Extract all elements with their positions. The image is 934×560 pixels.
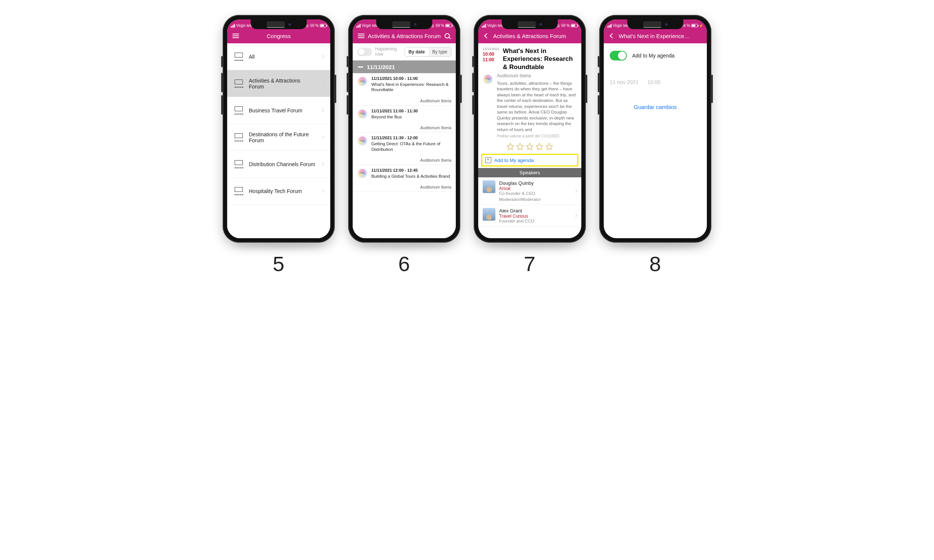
session-description: Tours, activities, attractions – the thi… (497, 81, 577, 133)
happening-now-toggle[interactable] (357, 48, 372, 56)
list-item-hospitality[interactable]: Hospitality Tech Forum (227, 178, 330, 205)
tis-badge-icon: TIS (357, 135, 368, 146)
caption-8: 8 (649, 252, 661, 276)
speaker-role: Founder and CCO (499, 219, 570, 223)
speaker-item[interactable]: Douglas Quinby Arival Co-founder & CEO M… (478, 177, 581, 205)
phone-8: Virgin telco ⌵ 17:03 ◎ 64 % ⚡ What's Nex… (599, 15, 711, 243)
caption-7: 7 (524, 252, 536, 276)
list-item-label: Activities & Attractions Forum (249, 78, 316, 89)
signal-bars-icon (231, 24, 235, 28)
tis-badge-icon: TIS (357, 76, 368, 87)
filter-row: Happening now By date By type (353, 43, 456, 60)
list-item-label: Distribution Channels Forum (249, 161, 316, 167)
chevron-right-icon (321, 82, 324, 86)
add-agenda-button[interactable]: Add to My agenda (481, 154, 578, 166)
forum-icon (234, 133, 244, 142)
chevron-left-icon (484, 33, 489, 38)
menu-button[interactable] (231, 34, 240, 38)
rating-note: Podrás valorar a partir del 11/11/2021 (497, 134, 577, 138)
nav-bar: Congress (227, 28, 330, 43)
hamburger-icon (233, 34, 239, 38)
chevron-right-icon (321, 189, 324, 193)
agenda-toggle[interactable] (610, 51, 627, 60)
session-item[interactable]: TIS 11/11/2021 11:30 - 12:00 Getting Dir… (353, 132, 456, 165)
time-value: 10:00 (647, 79, 661, 85)
forum-list: All Activities & Attractions Forum Busin… (227, 43, 330, 238)
caption-5: 5 (273, 252, 285, 276)
forum-icon (234, 187, 244, 195)
signal-bars-icon (356, 24, 361, 28)
chevron-right-icon (321, 55, 324, 58)
session-location: Auditorium Iberia (357, 98, 451, 103)
page-title: Activities & Attractions Forum (366, 33, 442, 39)
battery-icon (320, 24, 327, 27)
speaker-moderator: Moderador/Moderator (499, 197, 570, 202)
list-item-label: Hospitality Tech Forum (249, 188, 316, 194)
battery-pct: 59 % (310, 23, 319, 28)
phone-7: Virgin telco ⌵ 16:45 ◎ 59 % Activities &… (474, 15, 586, 243)
star-icon[interactable] (545, 143, 553, 151)
list-item-business[interactable]: Business Travel Forum (227, 97, 330, 124)
session-item[interactable]: TIS 11/11/2021 11:00 - 11:30 Beyond the … (353, 106, 456, 132)
save-button[interactable]: Guardar cambios (610, 104, 701, 110)
battery-pct: 59 % (436, 23, 444, 28)
forum-icon (234, 52, 244, 61)
forum-icon (234, 80, 244, 88)
phone-notch (376, 19, 432, 29)
search-icon (445, 33, 450, 38)
add-agenda-label: Add to My agenda (494, 157, 534, 163)
chevron-left-icon (610, 33, 615, 38)
page-title: What's Next in Experiences: Research... (617, 33, 694, 39)
session-title: Building a Global Tours & Activities Bra… (371, 174, 451, 179)
speaker-item[interactable]: Alex Grant Travel Curious Founder and CC… (478, 205, 581, 227)
star-icon[interactable] (526, 143, 534, 151)
forum-icon (234, 106, 244, 115)
session-datetime: 11/11/2021 11:30 - 12:00 (371, 135, 451, 140)
back-button[interactable] (482, 34, 492, 38)
tis-badge-icon: TIS (357, 109, 368, 119)
back-button[interactable] (607, 34, 617, 38)
session-header: 11/11/2021 10:00 11:00 What's Next in Ex… (478, 43, 581, 72)
star-icon[interactable] (535, 143, 544, 151)
caption-6: 6 (398, 252, 410, 276)
list-item-destinations[interactable]: Destinations of the Future Forum (227, 124, 330, 151)
search-button[interactable] (442, 33, 452, 38)
speaker-role: Co-founder & CEO (499, 191, 570, 195)
list-item-label: All (249, 54, 316, 60)
hamburger-icon (358, 34, 365, 38)
session-item[interactable]: TIS 11/11/2021 10:00 - 11:00 What's Next… (353, 73, 456, 106)
tis-badge-icon: TIS (483, 74, 493, 85)
chevron-right-icon (574, 214, 578, 218)
list-item-all[interactable]: All (227, 43, 330, 70)
battery-icon (445, 24, 452, 27)
speaker-org: Arival (499, 186, 570, 191)
list-item-activities[interactable]: Activities & Attractions Forum (227, 70, 330, 97)
charging-icon: ⚡ (699, 24, 703, 28)
list-item-distribution[interactable]: Distribution Channels Forum (227, 151, 330, 178)
session-title: What's Next in Experiences: Research & R… (503, 47, 577, 71)
forum-icon (234, 160, 244, 168)
nav-bar: Activities & Attractions Forum (478, 28, 581, 43)
menu-button[interactable] (356, 34, 366, 38)
page-title: Activities & Attractions Forum (492, 33, 568, 39)
session-list[interactable]: TIS 11/11/2021 10:00 - 11:00 What's Next… (353, 73, 456, 238)
star-icon[interactable] (506, 143, 515, 151)
chevron-right-icon (321, 109, 324, 112)
rating-stars[interactable] (478, 140, 581, 154)
speaker-name: Alex Grant (499, 208, 570, 214)
seg-by-type[interactable]: By type (428, 48, 451, 56)
date-header[interactable]: 11/11/2021 (353, 60, 456, 73)
phone-6: Virgin telco ⌵ 16:45 ◎ 59 % Activities &… (348, 15, 460, 243)
phone-notch (502, 19, 558, 29)
session-end-time: 11:00 (483, 57, 499, 63)
seg-by-date[interactable]: By date (405, 48, 428, 56)
collapse-icon (358, 66, 363, 68)
session-datetime: 11/11/2021 12:00 - 12:45 (371, 168, 451, 172)
session-location: Auditorium Iberia (357, 125, 451, 130)
date-value: 11 nov 2021 (610, 79, 638, 85)
session-item[interactable]: TIS 11/11/2021 12:00 - 12:45 Building a … (353, 165, 456, 192)
battery-icon (691, 24, 698, 27)
star-icon[interactable] (516, 143, 524, 151)
speaker-org: Travel Curious (499, 214, 570, 219)
session-location: Auditorium Iberia (497, 73, 577, 78)
